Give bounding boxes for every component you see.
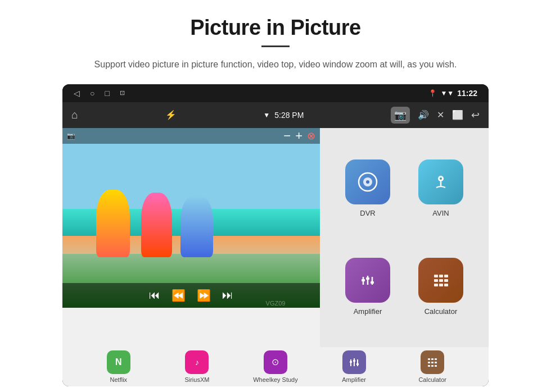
- video-top-bar: 📷 − + ⊗: [62, 128, 320, 144]
- svg-rect-7: [362, 279, 365, 281]
- siriusxm-label: SiriusXM: [184, 376, 209, 383]
- app-toolbar: ⌂ ⚡ ▼ 5:28 PM 📷 🔊 ✕ ⬜ ↩: [62, 102, 489, 128]
- netflix-icon: N: [115, 357, 122, 367]
- page-container: Picture in Picture Support video picture…: [0, 0, 551, 392]
- bottom-app-netflix[interactable]: N Netflix: [79, 350, 158, 383]
- prev-button[interactable]: ⏮: [149, 289, 160, 302]
- toolbar-right: 📷 🔊 ✕ ⬜ ↩: [391, 107, 480, 124]
- svg-rect-15: [434, 279, 438, 282]
- close-icon[interactable]: ✕: [437, 110, 444, 120]
- amplifier-bottom-icon-svg: [348, 356, 360, 368]
- svg-rect-22: [350, 361, 352, 363]
- status-bar-left: ◁ ○ □ ⊡: [74, 89, 125, 98]
- avin-icon-box: [418, 159, 463, 204]
- svg-rect-14: [444, 275, 448, 277]
- svg-rect-26: [356, 363, 359, 365]
- person3: [180, 195, 213, 257]
- prev-skip-button[interactable]: ⏪: [171, 289, 186, 302]
- svg-rect-20: [444, 284, 448, 286]
- calculator-icon-box: [418, 258, 463, 303]
- location-icon: 📍: [428, 89, 437, 97]
- main-content: 📷 − + ⊗ ⏮ ⏪ ⏩ ⏭: [62, 128, 489, 347]
- svg-rect-17: [444, 279, 448, 282]
- home-icon[interactable]: ⌂: [71, 108, 78, 121]
- person2: [141, 193, 172, 257]
- svg-rect-28: [431, 358, 433, 360]
- svg-rect-30: [428, 362, 430, 363]
- toolbar-time: 5:28 PM: [274, 111, 304, 120]
- next-button[interactable]: ⏭: [222, 289, 233, 302]
- svg-rect-11: [371, 281, 374, 284]
- toolbar-spacer: ⚡: [165, 110, 177, 120]
- app-dvr[interactable]: DVR: [331, 139, 404, 238]
- next-skip-button[interactable]: ⏩: [197, 289, 211, 302]
- app-amplifier[interactable]: Amplifier: [331, 238, 404, 336]
- svg-rect-9: [366, 277, 369, 280]
- svg-point-5: [440, 177, 442, 180]
- amplifier-bottom-label: Amplifier: [342, 376, 366, 383]
- back-icon[interactable]: ↩: [471, 109, 480, 121]
- svg-rect-12: [434, 275, 438, 277]
- amplifier-icon-box: [345, 258, 390, 303]
- video-overlay[interactable]: 📷 − + ⊗ ⏮ ⏪ ⏩ ⏭: [62, 128, 320, 308]
- watermark: VGZ09: [266, 300, 286, 307]
- app-avin[interactable]: AVIN: [404, 139, 477, 238]
- amplifier-icon-svg: [356, 269, 379, 291]
- wifi-signal-icon: ▼▼: [440, 89, 454, 97]
- avin-label: AVIN: [432, 209, 449, 217]
- svg-rect-34: [431, 365, 433, 367]
- page-title: Picture in Picture: [190, 16, 361, 40]
- calculator-label: Calculator: [424, 307, 458, 316]
- status-time: 11:22: [457, 89, 477, 98]
- siriusxm-icon-box: ♪: [185, 350, 209, 374]
- pip-plus-button[interactable]: +: [295, 130, 302, 142]
- amplifier-bottom-icon-box: [342, 350, 366, 374]
- recent-nav-icon[interactable]: □: [105, 89, 109, 98]
- menu-nav-icon[interactable]: ⊡: [120, 89, 125, 97]
- pip-close-button[interactable]: ⊗: [307, 130, 315, 142]
- svg-rect-18: [434, 284, 438, 286]
- svg-rect-27: [428, 358, 430, 360]
- volume-icon[interactable]: 🔊: [418, 110, 429, 120]
- netflix-icon-box: N: [107, 350, 130, 374]
- camera-toolbar-icon[interactable]: 📷: [391, 107, 410, 124]
- bottom-apps-row: N Netflix ♪ SiriusXM ⊙ Wheelkey Study: [62, 347, 489, 386]
- status-bar: ◁ ○ □ ⊡ 📍 ▼▼ 11:22: [62, 84, 489, 102]
- wheelkey-icon: ⊙: [272, 357, 279, 367]
- netflix-label: Netflix: [110, 376, 128, 383]
- wheelkey-icon-box: ⊙: [264, 350, 287, 374]
- bottom-app-amplifier-bottom[interactable]: Amplifier: [315, 350, 394, 383]
- person1: [96, 190, 130, 257]
- svg-rect-31: [431, 362, 433, 363]
- pip-minus-button[interactable]: −: [283, 130, 291, 142]
- avin-icon-svg: [430, 171, 452, 193]
- calculator-bottom-icon-svg: [426, 356, 439, 368]
- dvr-icon-box: [345, 159, 390, 204]
- svg-rect-35: [435, 365, 437, 367]
- svg-rect-19: [439, 284, 443, 286]
- home-nav-icon[interactable]: ○: [90, 89, 94, 98]
- bottom-app-calculator-bottom[interactable]: Calculator: [393, 350, 472, 383]
- apps-grid: DVR AVIN: [320, 128, 489, 347]
- video-scene: [62, 128, 320, 308]
- wheelkey-label: Wheelkey Study: [253, 376, 297, 383]
- dvr-icon-svg: [356, 171, 379, 193]
- back-nav-icon[interactable]: ◁: [74, 89, 80, 98]
- device-frame: ◁ ○ □ ⊡ 📍 ▼▼ 11:22 ⌂ ⚡ ▼ 5:28 PM: [62, 84, 489, 386]
- status-bar-right: 📍 ▼▼ 11:22: [428, 89, 477, 98]
- toolbar-center: ▼ 5:28 PM: [263, 111, 304, 120]
- svg-rect-24: [353, 360, 355, 362]
- svg-rect-32: [435, 362, 437, 363]
- svg-rect-33: [428, 365, 430, 367]
- toolbar-left: ⌂: [71, 108, 78, 121]
- app-calculator[interactable]: Calculator: [404, 238, 477, 336]
- pip-window-icon[interactable]: ⬜: [452, 110, 463, 120]
- bottom-app-wheelkey[interactable]: ⊙ Wheelkey Study: [236, 350, 315, 383]
- video-cam-icon: 📷: [67, 132, 75, 140]
- svg-rect-16: [439, 279, 443, 282]
- calculator-bottom-icon-box: [421, 350, 444, 374]
- title-divider: [261, 45, 290, 47]
- bottom-app-siriusxm[interactable]: ♪ SiriusXM: [158, 350, 237, 383]
- svg-rect-29: [435, 358, 437, 360]
- siriusxm-icon: ♪: [195, 358, 199, 367]
